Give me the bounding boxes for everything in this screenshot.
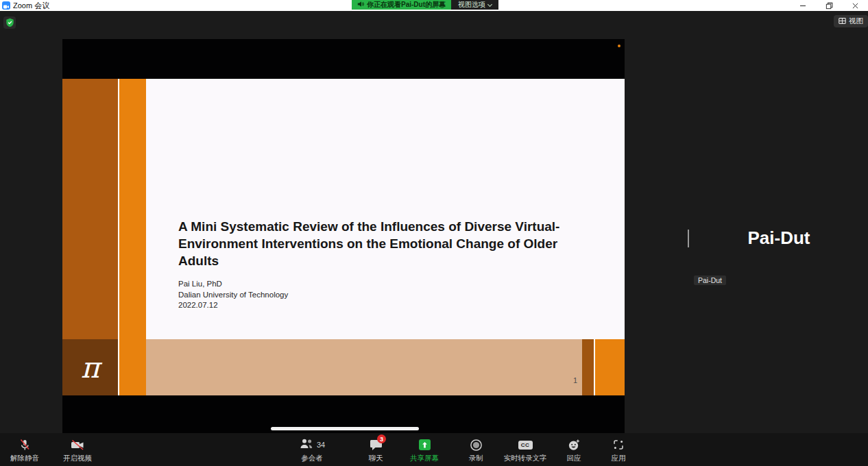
band-brown-right	[582, 339, 594, 395]
screen-share-banner: 你正在观看Pai-Dut的屏幕 视图选项	[352, 0, 498, 10]
record-button[interactable]: 录制	[461, 433, 491, 466]
apps-icon	[612, 437, 625, 452]
panel-divider[interactable]	[688, 230, 689, 247]
reactions-button[interactable]: 回应	[559, 433, 589, 466]
unmute-button[interactable]: 解除静音	[5, 433, 44, 466]
share-screen-button[interactable]: 共享屏幕	[404, 433, 445, 466]
chat-unread-badge: 3	[377, 434, 386, 443]
cc-icon: CC	[518, 441, 533, 450]
speaker-icon	[357, 1, 364, 9]
meeting-toolbar: 解除静音 开启视频 34 参会者 聊天 3	[0, 433, 868, 466]
slide-author: Pai Liu, PhD	[178, 279, 598, 290]
band-orange-left	[119, 339, 146, 395]
presentation-slide: A Mini Systematic Review of the Influenc…	[62, 79, 625, 395]
chevron-down-icon	[487, 1, 492, 6]
zoom-meeting-window: Zoom 会议 你正在观看Pai-Dut的屏幕 视图选项	[0, 0, 868, 466]
live-transcript-button[interactable]: CC 实时转录文字	[501, 433, 549, 466]
slide-title: A Mini Systematic Review of the Influenc…	[178, 218, 598, 269]
slide-bottom-band: π 1	[62, 339, 625, 395]
band-orange-right	[595, 339, 625, 395]
close-button[interactable]	[842, 0, 868, 11]
slide-title-block: A Mini Systematic Review of the Influenc…	[178, 218, 598, 311]
participants-icon	[299, 437, 314, 452]
window-title: Zoom 会议	[13, 0, 49, 11]
apps-button[interactable]: 应用	[603, 433, 634, 466]
grid-view-icon	[839, 17, 846, 25]
minimize-button[interactable]	[790, 0, 816, 11]
pi-logo: π	[62, 339, 118, 395]
camera-muted-icon	[70, 437, 85, 452]
slideshow-taskbar-hint	[271, 427, 419, 430]
slide-page-number: 1	[568, 376, 582, 384]
participant-name-tag: Pai-Dut	[694, 275, 726, 285]
slide-date: 2022.07.12	[178, 300, 598, 311]
chat-button[interactable]: 聊天 3	[358, 433, 394, 466]
slide-affiliation: Dalian University of Technology	[178, 290, 598, 301]
recording-dot-icon	[618, 45, 620, 47]
share-screen-icon	[419, 439, 431, 450]
record-icon	[470, 437, 483, 452]
reactions-icon	[568, 437, 581, 452]
view-options-button[interactable]: 视图选项	[451, 0, 498, 10]
participant-display-name: Pai-Dut	[710, 228, 847, 249]
participants-button[interactable]: 34 参会者	[291, 433, 333, 466]
view-button[interactable]: 视图	[834, 15, 868, 27]
slide-left-bar-dark	[62, 79, 118, 339]
restore-button[interactable]	[816, 0, 842, 11]
zoom-app-icon	[2, 1, 10, 10]
shield-check-icon	[5, 18, 14, 27]
watching-text: 你正在观看Pai-Dut的屏幕	[367, 0, 446, 10]
mic-muted-icon	[18, 437, 32, 452]
band-beige	[146, 339, 582, 395]
shared-screen-view[interactable]: ••• A Mini Systematic Review of the Infl…	[62, 39, 625, 433]
security-shield-button[interactable]	[3, 16, 16, 29]
start-video-button[interactable]: 开启视频	[56, 433, 99, 466]
slide-author-block: Pai Liu, PhD Dalian University of Techno…	[178, 279, 598, 311]
slide-left-bar-orange	[119, 79, 146, 339]
participant-count: 34	[317, 441, 325, 449]
watching-indicator: 你正在观看Pai-Dut的屏幕	[352, 0, 451, 10]
